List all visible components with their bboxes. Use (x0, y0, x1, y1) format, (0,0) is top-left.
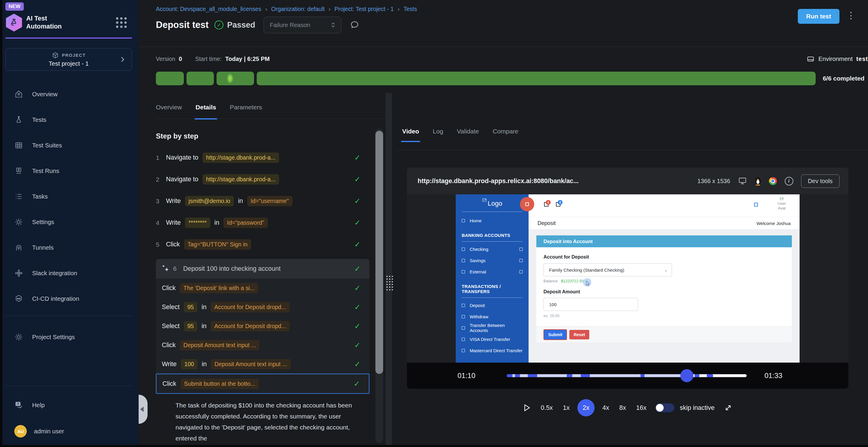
speed-1x[interactable]: 1x (563, 404, 570, 412)
step-selector-chip[interactable]: Id="username" (247, 196, 292, 206)
timeline-current-time: 01:10 (458, 372, 484, 380)
skip-inactive-toggle[interactable] (655, 403, 674, 412)
submit-button[interactable]: Submit (544, 329, 567, 340)
sidebar-item-label: Project Settings (32, 334, 75, 341)
blue-square-icon[interactable] (754, 203, 758, 207)
breadcrumb-organization[interactable]: Organization: default (271, 6, 324, 12)
failure-reason-select[interactable]: Failure Reason (264, 16, 341, 33)
apps-grid-icon[interactable] (116, 17, 127, 28)
step-group-header[interactable]: ✦ ✦ 6 Deposit 100 into checking account … (156, 259, 369, 278)
sidebar-item-tests[interactable]: Tests (2, 107, 138, 133)
sidebar-item-test-runs[interactable]: Test Runs (2, 158, 138, 184)
step-selector-chip[interactable]: Id="password" (223, 217, 268, 228)
timeline-thumb[interactable] (680, 369, 693, 382)
breadcrumb-project[interactable]: Project: Test project - 1 (334, 6, 394, 12)
timeline-marker (581, 374, 590, 377)
bank-nav-home[interactable]: Home (456, 215, 529, 226)
step-selector-chip[interactable]: Submit button at the botto... (181, 379, 259, 389)
main-tab-bar: Overview Details Parameters (156, 93, 385, 119)
sidebar-item-test-suites[interactable]: Test Suites (2, 133, 138, 158)
speed-16x[interactable]: 16x (636, 404, 647, 412)
substep-row-3[interactable]: Select 95 in Account for Deposit dropd..… (156, 316, 369, 336)
sidebar-user[interactable]: AU admin user (2, 418, 138, 445)
kebab-menu-icon[interactable]: ⋮ (846, 10, 856, 21)
tab-compare[interactable]: Compare (493, 128, 518, 136)
tab-log[interactable]: Log (433, 128, 443, 136)
sidebar-item-overview[interactable]: Overview (2, 81, 138, 107)
panel-resize-divider[interactable] (385, 93, 392, 447)
speed-0.5x[interactable]: 0.5x (541, 404, 553, 412)
bank-nav-savings[interactable]: Savings (456, 255, 529, 266)
step-row-5[interactable]: 5 Click Tag="BUTTON" Sign in ✓ (156, 234, 369, 255)
step-value-chip[interactable]: ******** (185, 217, 210, 228)
sidebar-item-help[interactable]: ? Help (2, 392, 138, 418)
bank-nav-external[interactable]: External (456, 266, 529, 277)
step-selector-chip[interactable]: Deposit Amount text input ... (211, 359, 290, 370)
substep-row-4[interactable]: Click Deposit Amount text input ... ✓ (156, 336, 369, 354)
step-row-1[interactable]: 1 Navigate to http://stage.dbank.prod-a.… (156, 147, 369, 169)
bank-nav-checking[interactable]: Checking (456, 243, 529, 255)
step-selector-chip[interactable]: The 'Deposit' link with a si... (180, 283, 258, 294)
sidebar-item-tasks[interactable]: Tasks (2, 184, 138, 209)
speed-8x[interactable]: 8x (619, 404, 626, 412)
bank-nav-transfer[interactable]: Transfer Between Accounts (456, 322, 529, 334)
steps-scrollbar[interactable] (375, 128, 383, 443)
deposit-amount-input[interactable]: 100 (544, 298, 638, 311)
step-value-chip[interactable]: jsmith@demo.io (185, 196, 234, 206)
fullscreen-expand-icon[interactable] (724, 404, 732, 412)
dev-tools-button[interactable]: Dev tools (801, 174, 839, 188)
window-icon[interactable]: 0 (556, 202, 560, 207)
step-value-chip[interactable]: http://stage.dbank.prod-a... (203, 152, 279, 163)
step-value-chip[interactable]: 95 (184, 302, 197, 312)
window-icon[interactable]: 0 (544, 202, 549, 207)
app-logo-icon (6, 14, 22, 32)
step-row-3[interactable]: 3 Write jsmith@demo.io in Id="username" … (156, 190, 369, 212)
step-value-chip[interactable]: 100 (181, 359, 198, 370)
info-icon[interactable]: i (785, 177, 793, 185)
reset-button[interactable]: Reset (569, 330, 589, 339)
comment-bubble-icon[interactable] (350, 20, 359, 30)
step-row-4[interactable]: 4 Write ******** in Id="password" ✓ (156, 212, 369, 234)
breadcrumb-account[interactable]: Account: Devspace_all_module_licenses (156, 6, 261, 12)
substep-row-6-selected[interactable]: Click Submit button at the botto... ✓ (156, 374, 369, 394)
bank-nav-mastercard[interactable]: Mastercard Direct Transfer (456, 345, 529, 356)
substep-row-1[interactable]: Click The 'Deposit' link with a si... ✓ (156, 278, 369, 298)
step-selector-chip[interactable]: Tag="BUTTON" Sign in (184, 239, 251, 250)
step-row-2[interactable]: 2 Navigate to http://stage.dbank.prod-a.… (156, 169, 369, 190)
sidebar-item-slack-integration[interactable]: Slack integration (2, 260, 138, 286)
check-icon: ✓ (354, 284, 361, 293)
sidebar-item-label: Help (32, 402, 44, 409)
drag-handle-icon[interactable] (386, 276, 393, 290)
bank-nav-visa[interactable]: VISA Direct Transfer (456, 334, 529, 345)
step-selector-chip[interactable]: Account for Deposit dropd... (211, 321, 290, 332)
sidebar-item-settings[interactable]: Settings (2, 209, 138, 235)
project-switcher[interactable]: PROJECT Test project - 1 (5, 48, 132, 71)
substep-row-2[interactable]: Select 95 in Account for Deposit dropd..… (156, 298, 369, 316)
scrollbar-thumb[interactable] (375, 131, 383, 374)
step-value-chip[interactable]: http://stage.dbank.prod-a... (203, 174, 279, 184)
run-test-button[interactable]: Run test (798, 9, 839, 24)
bank-nav-withdraw[interactable]: Withdraw (456, 311, 529, 322)
step-selector-chip[interactable]: Account for Deposit dropd... (211, 302, 290, 312)
account-for-deposit-select[interactable]: Family Checking (Standard Checking) ⌄ (544, 263, 672, 276)
speed-2x-active[interactable]: 2x (578, 399, 595, 416)
tab-validate[interactable]: Validate (457, 128, 479, 136)
sidebar-item-tunnels[interactable]: Tunnels (2, 235, 138, 260)
play-icon[interactable] (523, 404, 531, 412)
step-value-chip[interactable]: 95 (184, 321, 197, 332)
sidebar-collapse-handle[interactable] (138, 395, 148, 424)
speed-4x[interactable]: 4x (602, 404, 609, 412)
sidebar-item-project-settings[interactable]: Project Settings (2, 324, 138, 350)
step-selector-chip[interactable]: Deposit Amount text input ... (180, 340, 260, 350)
tab-video[interactable]: Video (402, 128, 419, 136)
tab-overview[interactable]: Overview (156, 104, 182, 111)
user-avatar-broken-image[interactable]: User Avat (773, 197, 790, 215)
bank-nav-deposit[interactable]: Deposit (456, 300, 529, 311)
sidebar-item-cicd-integration[interactable]: CI-CD integration (2, 286, 138, 311)
timeline-track[interactable] (507, 374, 747, 377)
tab-details[interactable]: Details (196, 104, 216, 111)
substep-row-5[interactable]: Write 100 in Deposit Amount text input .… (156, 354, 369, 374)
square-icon (519, 248, 523, 251)
breadcrumb-tests[interactable]: Tests (403, 6, 417, 12)
tab-parameters[interactable]: Parameters (230, 104, 262, 111)
